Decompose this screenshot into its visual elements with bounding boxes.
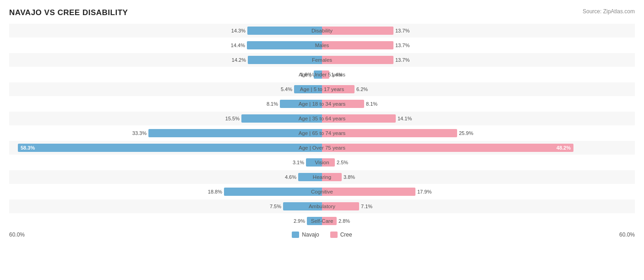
chart-area: 14.3%13.7%Disability14.4%13.7%Males14.2%… [9,24,635,228]
navajo-bar [224,188,322,196]
navajo-bar [306,158,322,167]
right-section: 6.2% [322,82,635,96]
legend-cree: Cree [330,232,352,238]
cree-value: 3.8% [344,174,355,180]
cree-value: 13.7% [395,28,409,33]
bar-row: 2.9%2.8%Self-Care [9,214,635,228]
row-inner: 58.3%48.2%Age | Over 75 years [9,141,635,155]
cree-value: 25.9% [459,130,473,136]
chart-header: NAVAJO VS CREE DISABILITY Source: ZipAtl… [9,8,635,17]
chart-footer: 60.0% Navajo Cree 60.0% [9,232,635,238]
navajo-value: 2.9% [294,218,305,224]
right-section: 7.1% [322,199,635,213]
navajo-value: 15.5% [225,116,240,121]
left-section: 14.2% [9,53,322,67]
cree-bar: 48.2% [322,144,573,152]
cree-bar [322,100,364,108]
left-section: 7.5% [9,199,322,213]
navajo-bar [314,70,322,79]
navajo-value: 1.6% [300,72,312,77]
row-inner: 7.5%7.1%Ambulatory [9,199,635,213]
chart-source: Source: ZipAtlas.com [583,8,635,15]
navajo-value: 4.6% [285,174,296,180]
bar-row: 15.5%14.1%Age | 35 to 64 years [9,112,635,125]
cree-bar [322,56,393,64]
legend-navajo: Navajo [292,232,319,238]
cree-value: 8.1% [366,101,377,107]
row-inner: 18.8%17.9%Cognitive [9,185,635,199]
right-section: 13.7% [322,38,635,52]
navajo-bar [294,85,322,93]
legend: Navajo Cree [292,232,352,238]
left-section: 18.8% [9,185,322,199]
right-section: 13.7% [322,24,635,38]
row-inner: 14.3%13.7%Disability [9,24,635,38]
cree-bar [322,129,457,137]
navajo-value: 5.4% [281,86,292,92]
cree-value: 6.2% [356,86,368,92]
navajo-value: 33.3% [132,130,147,136]
navajo-label: Navajo [302,232,319,238]
right-section: 14.1% [322,112,635,125]
left-section: 5.4% [9,82,322,96]
left-section: 58.3% [9,141,322,155]
cree-value: 13.7% [395,57,409,63]
cree-value: 2.5% [337,160,348,165]
navajo-value: 14.3% [231,28,246,33]
navajo-bar [241,114,322,123]
navajo-bar [283,202,322,210]
row-inner: 2.9%2.8%Self-Care [9,214,635,228]
navajo-bar [307,217,322,225]
cree-value: 13.7% [395,43,409,48]
row-inner: 14.2%13.7%Females [9,53,635,67]
row-inner: 8.1%8.1%Age | 18 to 34 years [9,97,635,111]
right-section: 13.7% [322,53,635,67]
row-inner: 15.5%14.1%Age | 35 to 64 years [9,112,635,125]
navajo-value: 8.1% [267,101,278,107]
row-inner: 14.4%13.7%Males [9,38,635,52]
navajo-value: 18.8% [208,189,222,194]
cree-bar [322,188,415,196]
navajo-value: 14.2% [232,57,246,63]
cree-value: 1.4% [331,72,343,77]
chart-container: NAVAJO VS CREE DISABILITY Source: ZipAtl… [0,0,644,242]
right-section: 1.4% [322,68,635,81]
row-inner: 1.6%1.4%Age | Under 5 years [9,68,635,81]
bar-row: 14.2%13.7%Females [9,53,635,67]
left-section: 4.6% [9,170,322,184]
cree-bar [322,114,396,123]
bar-row: 8.1%8.1%Age | 18 to 34 years [9,97,635,111]
navajo-bar [248,56,322,64]
bar-row: 4.6%3.8%Hearing [9,170,635,184]
left-section: 33.3% [9,126,322,140]
bar-row: 33.3%25.9%Age | 65 to 74 years [9,126,635,140]
left-section: 3.1% [9,156,322,169]
bar-row: 7.5%7.1%Ambulatory [9,199,635,213]
cree-bar [322,173,342,181]
navajo-color-swatch [292,232,299,238]
cree-value: 2.8% [338,218,350,224]
left-section: 1.6% [9,68,322,81]
right-section: 25.9% [322,126,635,140]
bar-row: 1.6%1.4%Age | Under 5 years [9,68,635,81]
axis-label-left: 60.0% [9,232,25,238]
cree-bar [322,27,393,35]
left-section: 14.3% [9,24,322,38]
cree-bar [322,217,337,225]
navajo-value: 14.4% [231,43,245,48]
cree-label: Cree [340,232,352,238]
left-section: 14.4% [9,38,322,52]
navajo-value: 3.1% [293,160,304,165]
cree-bar [322,41,393,49]
row-inner: 33.3%25.9%Age | 65 to 74 years [9,126,635,140]
cree-value: 7.1% [361,204,372,209]
bar-row: 3.1%2.5%Vision [9,156,635,169]
bar-row: 14.4%13.7%Males [9,38,635,52]
cree-bar [322,70,329,79]
right-section: 2.5% [322,156,635,169]
navajo-bar [280,100,322,108]
right-section: 48.2% [322,141,635,155]
left-section: 15.5% [9,112,322,125]
cree-value-inside: 48.2% [557,145,571,151]
cree-bar [322,85,355,93]
